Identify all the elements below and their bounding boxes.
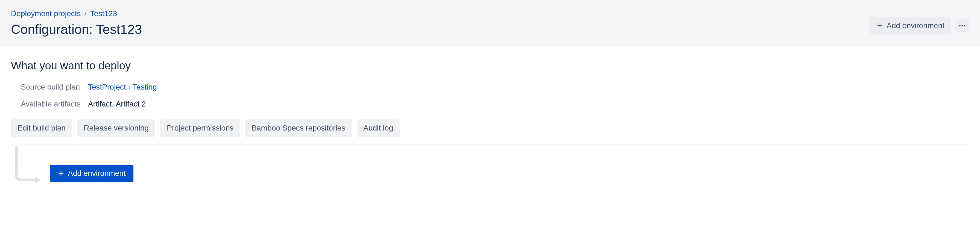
flow-arrow-icon (11, 144, 44, 185)
flow-area: Add environment (11, 144, 969, 185)
svg-point-4 (964, 25, 965, 27)
svg-point-2 (959, 25, 961, 27)
bamboo-specs-repositories-button[interactable]: Bamboo Specs repositories (245, 119, 352, 137)
edit-build-plan-button[interactable]: Edit build plan (11, 119, 72, 137)
row-available-artifacts: Available artifacts Artifact, Artifact 2 (21, 100, 969, 108)
available-artifacts-label: Available artifacts (21, 100, 83, 108)
breadcrumb-link-deployment-projects[interactable]: Deployment projects (11, 9, 81, 18)
header-actions: Add environment (870, 17, 969, 35)
breadcrumb-link-test123[interactable]: Test123 (90, 9, 117, 18)
add-environment-label: Add environment (886, 21, 945, 30)
svg-point-3 (962, 25, 963, 27)
add-environment-button-header[interactable]: Add environment (870, 17, 951, 35)
available-artifacts-value: Artifact, Artifact 2 (88, 100, 146, 108)
source-build-plan-label: Source build plan (21, 83, 83, 92)
section-title: What you want to deploy (11, 60, 969, 72)
more-actions-button[interactable] (955, 19, 969, 33)
add-environment-label-primary: Add environment (68, 169, 126, 178)
more-icon (958, 22, 966, 30)
plus-icon (876, 22, 884, 30)
source-build-plan-link[interactable]: TestProject › Testing (88, 83, 157, 91)
breadcrumb-separator: / (84, 9, 87, 18)
page-header: Deployment projects / Test123 Configurat… (0, 0, 980, 46)
row-source-build-plan: Source build plan TestProject › Testing (21, 83, 969, 92)
content-area: What you want to deploy Source build pla… (0, 46, 980, 198)
source-build-plan-value: TestProject › Testing (88, 83, 157, 92)
audit-log-button[interactable]: Audit log (357, 119, 400, 137)
action-buttons-row: Edit build plan Release versioning Proje… (11, 119, 969, 137)
header-left: Deployment projects / Test123 Configurat… (11, 9, 142, 37)
plus-icon (57, 170, 65, 177)
add-environment-button-primary[interactable]: Add environment (50, 165, 134, 182)
project-permissions-button[interactable]: Project permissions (160, 119, 240, 137)
breadcrumb: Deployment projects / Test123 (11, 9, 142, 18)
release-versioning-button[interactable]: Release versioning (77, 119, 155, 137)
page-title: Configuration: Test123 (11, 22, 142, 37)
